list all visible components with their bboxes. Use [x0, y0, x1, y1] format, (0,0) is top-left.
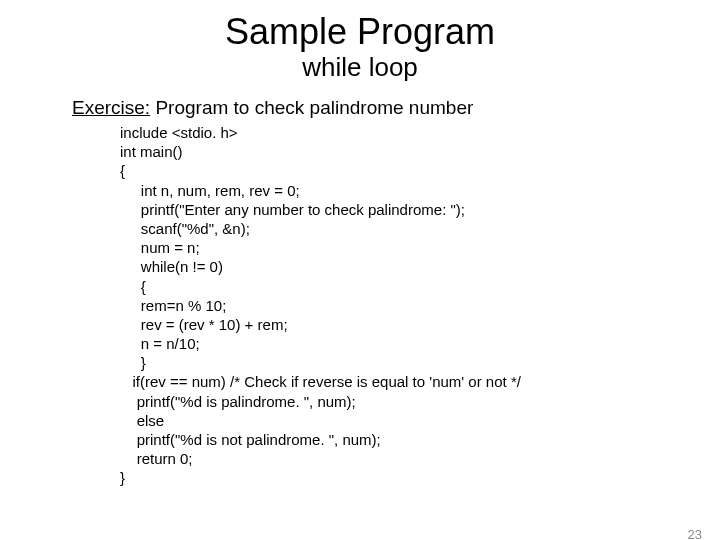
code-line: }: [120, 354, 146, 371]
exercise-line: Exercise: Program to check palindrome nu…: [72, 97, 720, 119]
code-line: n = n/10;: [120, 335, 200, 352]
code-line: rem=n % 10;: [120, 297, 226, 314]
exercise-label: Exercise:: [72, 97, 150, 118]
code-line: int n, num, rem, rev = 0;: [120, 182, 300, 199]
page-number: 23: [688, 527, 702, 540]
exercise-text: Program to check palindrome number: [150, 97, 473, 118]
code-line: while(n != 0): [120, 258, 223, 275]
code-line: if(rev == num) /* Check if reverse is eq…: [120, 373, 521, 390]
code-line: printf("Enter any number to check palind…: [120, 201, 465, 218]
code-line: num = n;: [120, 239, 200, 256]
code-line: printf("%d is not palindrome. ", num);: [120, 431, 381, 448]
code-line: rev = (rev * 10) + rem;: [120, 316, 288, 333]
code-line: printf("%d is palindrome. ", num);: [120, 393, 356, 410]
code-line: }: [120, 469, 125, 486]
slide-title: Sample Program: [0, 14, 720, 50]
code-line: scanf("%d", &n);: [120, 220, 250, 237]
code-line: {: [120, 278, 146, 295]
code-line: include <stdio. h>: [120, 124, 238, 141]
code-line: else: [120, 412, 164, 429]
code-block: include <stdio. h> int main() { int n, n…: [120, 123, 720, 488]
code-line: return 0;: [120, 450, 193, 467]
code-line: {: [120, 162, 125, 179]
slide-subtitle: while loop: [0, 52, 720, 83]
code-line: int main(): [120, 143, 183, 160]
